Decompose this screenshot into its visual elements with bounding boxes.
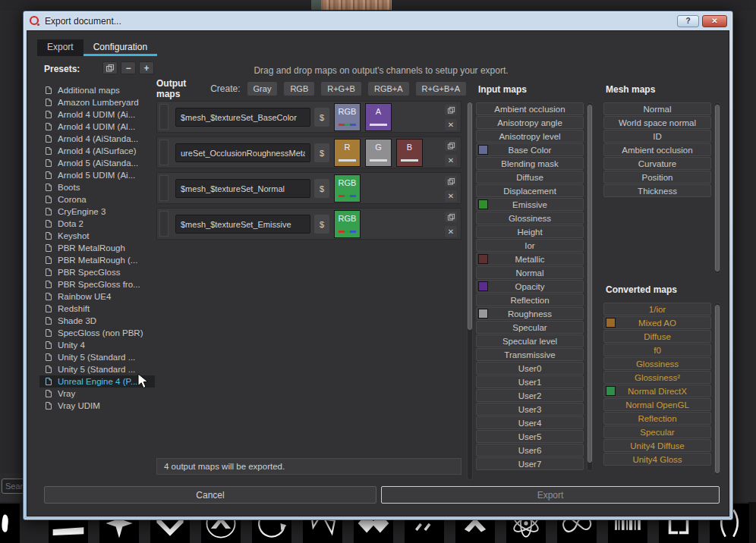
help-button[interactable]: ?: [677, 15, 699, 27]
input-map-item[interactable]: Anisotropy angle: [476, 116, 584, 129]
input-map-item[interactable]: Diffuse: [476, 171, 584, 184]
tab-configuration[interactable]: Configuration: [83, 39, 157, 56]
input-map-item[interactable]: Specular level: [476, 334, 584, 347]
preset-item[interactable]: Dota 2: [39, 218, 155, 230]
input-map-item[interactable]: Normal: [476, 266, 584, 279]
input-maps-scrollbar-handle[interactable]: [587, 105, 592, 463]
input-map-item[interactable]: Anisotropy level: [476, 130, 584, 143]
preset-item[interactable]: Vray UDIM: [39, 400, 155, 412]
input-map-item[interactable]: User6: [476, 444, 584, 457]
preset-item[interactable]: Additional maps: [39, 84, 155, 96]
preset-item[interactable]: Redshift: [39, 303, 155, 315]
mesh-map-item[interactable]: Curvature: [603, 157, 711, 170]
converted-map-item[interactable]: Glossiness²: [603, 371, 711, 384]
converted-map-item[interactable]: Normal DirectX: [603, 384, 711, 397]
remove-preset-button[interactable]: −: [121, 61, 136, 74]
input-map-item[interactable]: Reflection: [476, 293, 584, 306]
mesh-map-item[interactable]: ID: [603, 130, 711, 143]
input-map-item[interactable]: Glossiness: [476, 212, 584, 224]
filename-input[interactable]: [175, 108, 310, 127]
input-map-item[interactable]: User3: [476, 403, 584, 416]
row-drag-handle[interactable]: [159, 140, 169, 165]
filename-input[interactable]: [175, 179, 310, 198]
remove-row-button[interactable]: ✕: [445, 190, 457, 202]
converted-map-item[interactable]: Reflection: [603, 412, 711, 425]
row-drag-handle[interactable]: [159, 104, 169, 130]
duplicate-preset-button[interactable]: [102, 61, 118, 74]
preset-item[interactable]: Unity 5 (Standard ...: [39, 351, 155, 363]
duplicate-row-button[interactable]: [445, 105, 457, 115]
remove-row-button[interactable]: ✕: [445, 226, 457, 237]
converted-map-item[interactable]: 1/ior: [603, 303, 711, 315]
preset-item[interactable]: Arnold 5 (AiStanda...: [39, 157, 155, 169]
preset-item[interactable]: Arnold 4 UDIM (Ai...: [39, 108, 155, 121]
mesh-map-item[interactable]: Normal: [603, 102, 711, 115]
converted-map-item[interactable]: Glossiness: [603, 357, 711, 370]
preset-item[interactable]: Unity 4: [39, 339, 155, 351]
input-map-item[interactable]: Specular: [476, 321, 584, 334]
channel-slot[interactable]: RGB: [334, 103, 361, 131]
converted-map-item[interactable]: Unity4 Diffuse: [603, 439, 711, 452]
filename-input[interactable]: [175, 215, 310, 234]
preset-item[interactable]: PBR SpecGloss: [39, 266, 155, 278]
channel-slot[interactable]: A: [365, 103, 392, 131]
filename-token-button[interactable]: $: [314, 143, 329, 162]
channel-slot[interactable]: RGB: [334, 174, 361, 202]
duplicate-row-button[interactable]: [445, 140, 457, 151]
output-scrollbar[interactable]: [467, 101, 473, 480]
close-button[interactable]: ✕: [702, 15, 727, 27]
converted-map-item[interactable]: Normal OpenGL: [603, 398, 711, 411]
remove-row-button[interactable]: ✕: [445, 155, 457, 166]
preset-item[interactable]: SpecGloss (non PBR): [39, 327, 155, 339]
mesh-map-item[interactable]: Thickness: [603, 184, 711, 197]
converted-map-item[interactable]: f0: [603, 344, 711, 356]
preset-item[interactable]: PBR SpecGloss fro...: [39, 278, 155, 290]
input-map-item[interactable]: Roughness: [476, 307, 584, 320]
preset-item[interactable]: PBR MetalRough (...: [39, 254, 155, 266]
row-drag-handle[interactable]: [159, 211, 169, 237]
mesh-maps-scrollbar[interactable]: [714, 102, 720, 274]
create-channel-button[interactable]: R+G+B: [321, 82, 361, 96]
converted-maps-scrollbar-handle[interactable]: [715, 305, 720, 473]
channel-slot[interactable]: B: [396, 139, 423, 167]
input-map-item[interactable]: Opacity: [476, 280, 584, 293]
converted-map-item[interactable]: Specular: [603, 425, 711, 438]
preset-item[interactable]: Rainbow UE4: [39, 290, 155, 303]
input-map-item[interactable]: Ior: [476, 239, 584, 252]
create-channel-button[interactable]: RGB: [284, 82, 314, 96]
input-map-item[interactable]: User1: [476, 375, 584, 388]
preset-item[interactable]: Boots: [39, 181, 155, 193]
converted-map-item[interactable]: Mixed AO: [603, 316, 711, 329]
preset-item[interactable]: CryEngine 3: [39, 206, 155, 218]
cancel-button[interactable]: Cancel: [44, 486, 376, 504]
input-map-item[interactable]: Base Color: [476, 143, 584, 156]
input-map-item[interactable]: Transmissive: [476, 348, 584, 361]
output-scrollbar-handle[interactable]: [468, 102, 472, 330]
converted-map-item[interactable]: Unity4 Gloss: [603, 453, 711, 466]
filename-input[interactable]: [175, 143, 310, 162]
converted-map-item[interactable]: Diffuse: [603, 330, 711, 343]
input-map-item[interactable]: Ambient occlusion: [476, 102, 584, 115]
input-map-item[interactable]: Metallic: [476, 253, 584, 265]
row-drag-handle[interactable]: [159, 175, 169, 201]
preset-item[interactable]: Arnold 4 (AlSurface): [39, 145, 155, 157]
export-button[interactable]: Export: [381, 486, 720, 504]
filename-token-button[interactable]: $: [314, 179, 329, 198]
input-map-item[interactable]: Height: [476, 225, 584, 238]
filename-token-button[interactable]: $: [314, 108, 329, 127]
mesh-map-item[interactable]: Position: [603, 171, 711, 184]
channel-slot[interactable]: G: [365, 139, 392, 167]
input-map-item[interactable]: Blending mask: [476, 157, 584, 170]
preset-item[interactable]: PBR MetalRough: [39, 242, 155, 254]
converted-maps-scrollbar[interactable]: [714, 303, 720, 476]
create-channel-button[interactable]: R+G+B+A: [416, 82, 466, 96]
input-map-item[interactable]: User2: [476, 389, 584, 402]
create-channel-button[interactable]: Gray: [247, 82, 278, 96]
channel-slot[interactable]: RGB: [334, 210, 361, 238]
remove-row-button[interactable]: ✕: [445, 119, 457, 130]
duplicate-row-button[interactable]: [445, 212, 457, 222]
channel-slot[interactable]: R: [334, 139, 361, 167]
preset-item[interactable]: Arnold 4 UDIM (Al...: [39, 121, 155, 133]
input-map-item[interactable]: User7: [476, 457, 584, 470]
tab-export[interactable]: Export: [37, 39, 83, 56]
